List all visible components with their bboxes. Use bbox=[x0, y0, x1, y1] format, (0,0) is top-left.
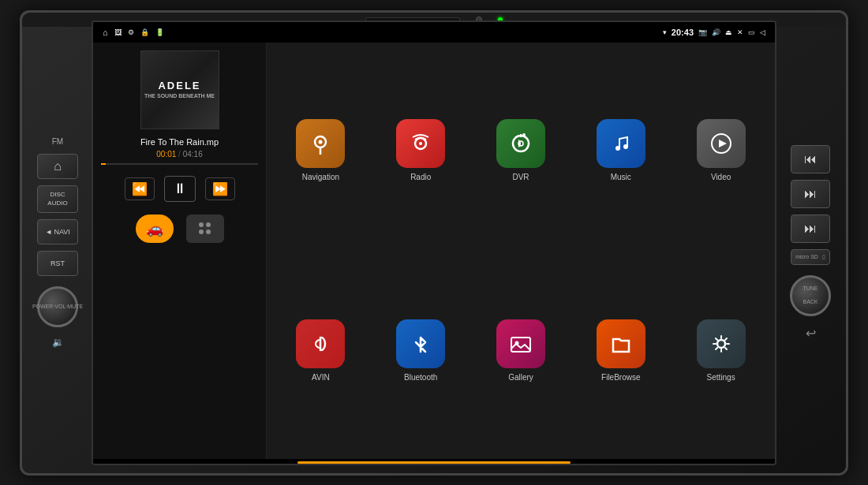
track-next-button[interactable]: ⏭ bbox=[791, 180, 830, 208]
lock-status-icon: 🔒 bbox=[140, 28, 149, 36]
app-label-dvr: DVR bbox=[512, 173, 529, 181]
playback-controls: ⏪ ⏸ ⏩ bbox=[101, 176, 258, 202]
close-status-icon: ✕ bbox=[737, 28, 743, 36]
home-button[interactable]: ⌂ bbox=[37, 154, 78, 179]
status-bar: ⌂ 🖼 ⚙ 🔒 🔋 ▾ 20:43 📷 🔊 ⏏ ✕ ▭ ◁ bbox=[93, 22, 775, 43]
app-radio[interactable]: Radio bbox=[375, 54, 467, 247]
app-icon-settings bbox=[697, 319, 746, 368]
tune-back-label: TUNE·BACK bbox=[803, 285, 817, 305]
album-subtitle: THE SOUND BENEATH ME bbox=[144, 93, 215, 99]
app-icon-navigation bbox=[296, 119, 345, 168]
app-icon-bluetooth bbox=[396, 319, 445, 368]
app-gallery[interactable]: Gallery bbox=[475, 255, 567, 447]
camera-icon: 📷 bbox=[698, 28, 707, 36]
rst-button[interactable]: RST bbox=[37, 251, 78, 276]
bottom-indicator bbox=[297, 461, 571, 464]
progress-bar bbox=[101, 163, 258, 165]
tune-back-knob[interactable]: TUNE·BACK bbox=[790, 275, 831, 316]
status-bar-middle: ▾ 20:43 📷 🔊 ⏏ ✕ ▭ ◁ bbox=[663, 28, 765, 37]
battery-status-icon: 🔋 bbox=[155, 28, 164, 36]
track-total-time: 04:16 bbox=[183, 150, 203, 159]
bottom-bar bbox=[93, 459, 775, 464]
svg-point-7 bbox=[522, 133, 526, 136]
micro-sd-slot: micro SD ▯ bbox=[791, 249, 830, 265]
status-left-icons: ⌂ 🖼 ⚙ 🔒 🔋 bbox=[103, 28, 164, 37]
album-title: ADELE bbox=[158, 80, 200, 91]
window-icon: ▭ bbox=[748, 28, 755, 36]
settings-status-icon: ⚙ bbox=[128, 28, 134, 36]
track-time: 00:01 / 04:16 bbox=[101, 150, 258, 159]
speaker-icon: 🔉 bbox=[52, 337, 64, 348]
music-panel: ADELE THE SOUND BENEATH ME Fire To The R… bbox=[93, 43, 267, 459]
svg-point-15 bbox=[717, 340, 725, 348]
rewind-button[interactable]: ⏪ bbox=[125, 177, 155, 200]
apps-grid: NavigationRadioDVRMusicVideoAVINBluetoot… bbox=[267, 43, 775, 459]
left-panel: FM ⌂ DISCAUDIO ◄ NAVI RST POWER·VOL·MUTE… bbox=[30, 21, 85, 465]
app-music[interactable]: Music bbox=[574, 54, 667, 247]
app-label-music: Music bbox=[611, 173, 631, 181]
app-dvr[interactable]: DVR bbox=[475, 54, 567, 247]
app-icon-video bbox=[697, 119, 746, 168]
app-label-filebrowse: FileBrowse bbox=[601, 373, 640, 382]
status-time: 20:43 bbox=[672, 28, 694, 37]
album-art: ADELE THE SOUND BENEATH ME bbox=[140, 50, 219, 129]
app-avin[interactable]: AVIN bbox=[275, 255, 367, 447]
android-icon: ◁ bbox=[760, 28, 765, 36]
home-status-icon: ⌂ bbox=[103, 28, 108, 37]
gallery-status-icon: 🖼 bbox=[114, 28, 122, 36]
play-pause-button[interactable]: ⏸ bbox=[164, 176, 196, 202]
head-unit: FM ⌂ DISCAUDIO ◄ NAVI RST POWER·VOL·MUTE… bbox=[20, 10, 848, 476]
app-navigation[interactable]: Navigation bbox=[275, 54, 367, 247]
track-prev-button[interactable]: ⏮ bbox=[791, 145, 830, 173]
bottom-icons: 🚗 bbox=[101, 215, 258, 243]
fm-label: FM bbox=[52, 137, 63, 146]
svg-point-9 bbox=[623, 144, 628, 149]
wifi-icon: ▾ bbox=[663, 28, 667, 36]
app-label-settings: Settings bbox=[707, 373, 735, 382]
svg-point-8 bbox=[615, 146, 620, 151]
eject-icon: ⏏ bbox=[725, 28, 732, 36]
app-icon-music bbox=[597, 119, 645, 168]
micro-sd-label: micro SD bbox=[795, 254, 818, 259]
app-label-bluetooth: Bluetooth bbox=[404, 373, 437, 382]
knob-label: POWER·VOL·MUTE bbox=[32, 304, 83, 310]
progress-fill bbox=[101, 163, 106, 165]
app-icon-radio bbox=[396, 119, 445, 168]
app-label-video: Video bbox=[711, 173, 731, 181]
app-icon-filebrowse bbox=[597, 319, 645, 368]
screen-content: ADELE THE SOUND BENEATH ME Fire To The R… bbox=[93, 43, 775, 459]
app-icon-gallery bbox=[496, 319, 545, 368]
app-label-radio: Radio bbox=[410, 173, 431, 181]
car-mode-icon[interactable]: 🚗 bbox=[136, 215, 174, 243]
svg-point-1 bbox=[319, 140, 323, 144]
app-icon-dvr bbox=[496, 119, 545, 168]
app-label-avin: AVIN bbox=[312, 373, 330, 382]
svg-point-3 bbox=[419, 142, 422, 145]
volume-icon: 🔊 bbox=[712, 28, 720, 36]
app-icon-avin bbox=[296, 319, 345, 368]
app-label-navigation: Navigation bbox=[302, 173, 339, 181]
app-filebrowse[interactable]: FileBrowse bbox=[574, 255, 667, 447]
album-art-image: ADELE THE SOUND BENEATH ME bbox=[141, 51, 219, 129]
power-vol-mute-knob[interactable]: POWER·VOL·MUTE bbox=[37, 286, 78, 327]
right-panel: ⏮ ⏭ ⏭ micro SD ▯ TUNE·BACK ↩ bbox=[783, 21, 838, 465]
track-name: Fire To The Rain.mp bbox=[101, 137, 258, 147]
app-bluetooth[interactable]: Bluetooth bbox=[375, 255, 467, 447]
fast-forward-button[interactable]: ⏩ bbox=[205, 177, 235, 200]
track-current-time: 00:01 bbox=[156, 150, 176, 159]
navi-button[interactable]: ◄ NAVI bbox=[37, 219, 78, 244]
app-grid-icon[interactable] bbox=[186, 215, 224, 243]
app-label-gallery: Gallery bbox=[508, 373, 533, 382]
main-screen: ⌂ 🖼 ⚙ 🔒 🔋 ▾ 20:43 📷 🔊 ⏏ ✕ ▭ ◁ bbox=[92, 21, 776, 465]
app-settings[interactable]: Settings bbox=[675, 255, 767, 447]
screen-container: ⌂ 🖼 ⚙ 🔒 🔋 ▾ 20:43 📷 🔊 ⏏ ✕ ▭ ◁ bbox=[92, 21, 776, 465]
track-step-button[interactable]: ⏭ bbox=[791, 215, 830, 243]
app-video[interactable]: Video bbox=[675, 54, 767, 247]
disc-audio-button[interactable]: DISCAUDIO bbox=[37, 185, 78, 213]
svg-marker-11 bbox=[719, 140, 727, 147]
back-icon[interactable]: ↩ bbox=[806, 326, 816, 341]
